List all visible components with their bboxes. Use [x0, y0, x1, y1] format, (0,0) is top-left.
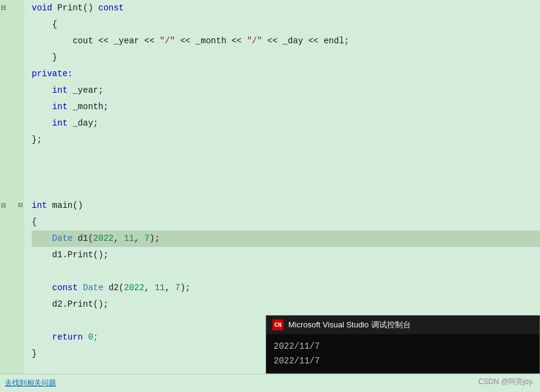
code-line: cout << _year << "/" << _month << "/" <<…: [32, 33, 540, 49]
line-number: [0, 33, 21, 49]
code-line: int _day;: [32, 115, 540, 132]
fold-indicator-main[interactable]: ⊟: [1, 198, 6, 214]
line-number: [0, 346, 21, 362]
code-line: [32, 263, 540, 280]
line-number: [0, 313, 21, 329]
line-number: [0, 263, 21, 280]
console-icon: CN: [272, 319, 283, 330]
line-number: [0, 280, 21, 296]
line-number: [0, 99, 21, 115]
code-line: };: [32, 132, 540, 148]
line-number: [0, 148, 21, 165]
csdn-watermark: CSDN @阿亮joy.: [478, 377, 534, 387]
code-line: private:: [32, 66, 540, 82]
code-line: [32, 181, 540, 198]
console-titlebar: CN Microsoft Visual Studio 调试控制台: [266, 316, 539, 334]
line-number: [0, 296, 21, 313]
fold-indicator-top[interactable]: ⊟: [1, 0, 6, 16]
console-output-line-1: 2022/11/7: [274, 339, 532, 354]
console-window[interactable]: CN Microsoft Visual Studio 调试控制台 2022/11…: [266, 315, 540, 374]
console-title: Microsoft Visual Studio 调试控制台: [288, 319, 411, 330]
line-number: [0, 16, 21, 33]
console-output-line-2: 2022/11/7: [274, 354, 532, 368]
line-number: [0, 165, 21, 181]
code-line: [32, 165, 540, 181]
line-numbers: [0, 0, 24, 392]
line-number: [0, 329, 21, 346]
code-line: Date d1(2022, 11, 7);: [32, 230, 540, 247]
code-line: int _month;: [32, 99, 540, 115]
code-line: }: [32, 49, 540, 66]
line-number: [0, 115, 21, 132]
bottom-bar: 去找到相关问题: [0, 374, 540, 392]
line-number: [0, 230, 21, 247]
fold-icon[interactable]: ⊟: [18, 198, 23, 214]
code-line: {: [32, 214, 540, 230]
code-line: d2.Print();: [32, 296, 540, 313]
line-number: [0, 82, 21, 99]
line-number: [0, 247, 21, 263]
code-line: [32, 148, 540, 165]
code-line: const Date d2(2022, 11, 7);: [32, 280, 540, 296]
line-number: [0, 66, 21, 82]
line-number: [0, 132, 21, 148]
code-line: int _year;: [32, 82, 540, 99]
line-number: [0, 214, 21, 230]
line-number: [0, 49, 21, 66]
code-line: d1.Print();: [32, 247, 540, 263]
bottom-link[interactable]: 去找到相关问题: [5, 378, 56, 388]
console-body: 2022/11/7 2022/11/7: [266, 334, 539, 373]
code-line: ⊟int main(): [32, 198, 540, 214]
code-line: void Print() const: [32, 0, 540, 16]
line-number: [0, 181, 21, 198]
editor-area: void Print() const { cout << _year << "/…: [0, 0, 540, 392]
code-line: {: [32, 16, 540, 33]
